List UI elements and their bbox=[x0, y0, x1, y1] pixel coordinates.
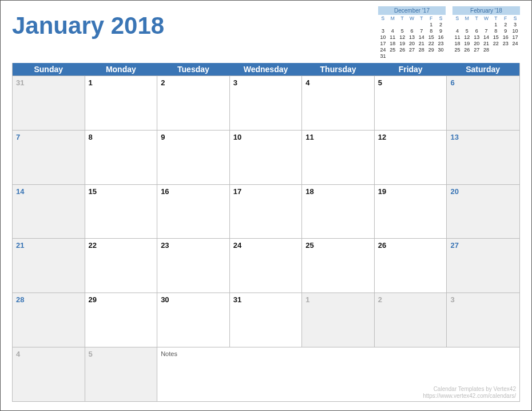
mini-dow-cell: M bbox=[388, 15, 398, 21]
mini-day-cell: 28 bbox=[482, 47, 491, 53]
mini-calendar-prev: December '17 SMTWTFS .....12345678910111… bbox=[378, 6, 446, 60]
mini-day-cell: 20 bbox=[407, 41, 417, 47]
mini-day-cell: 29 bbox=[426, 47, 436, 53]
day-cell: 12 bbox=[375, 130, 447, 184]
day-cell: 7 bbox=[13, 130, 85, 184]
mini-day-cell: 20 bbox=[472, 41, 482, 47]
mini-dow-cell: T bbox=[416, 15, 426, 21]
day-cell: 6 bbox=[447, 76, 519, 130]
mini-dow-cell: F bbox=[501, 15, 510, 21]
mini-day-cell: 4 bbox=[452, 28, 462, 34]
mini-dow-cell: W bbox=[482, 15, 491, 21]
day-cell: 2 bbox=[375, 293, 447, 347]
day-cell: 1 bbox=[302, 293, 375, 347]
mini-dow-cell: S bbox=[510, 15, 520, 21]
mini-calendars: December '17 SMTWTFS .....12345678910111… bbox=[378, 6, 520, 60]
mini-dow-cell: S bbox=[452, 15, 462, 21]
mini-day-cell: 12 bbox=[462, 34, 472, 41]
mini-day-cell: 19 bbox=[398, 41, 407, 47]
mini-day-cell: 7 bbox=[416, 28, 426, 34]
mini-day-cell: 9 bbox=[436, 28, 446, 34]
day-cell: 23 bbox=[157, 238, 230, 293]
mini-day-cell: 8 bbox=[491, 28, 501, 34]
mini-day-cell: 17 bbox=[378, 41, 388, 47]
day-cell: 19 bbox=[375, 184, 447, 239]
day-cell: 8 bbox=[85, 130, 158, 184]
day-cell: 3 bbox=[447, 293, 519, 347]
mini-cal-next-title: February '18 bbox=[452, 6, 520, 15]
mini-day-cell: 3 bbox=[510, 22, 520, 28]
mini-day-cell: 30 bbox=[436, 47, 446, 53]
mini-day-cell: 26 bbox=[398, 47, 407, 53]
week-row: 14151617181920 bbox=[13, 184, 519, 239]
mini-day-cell: 15 bbox=[491, 34, 501, 41]
mini-day-cell: 1 bbox=[491, 22, 501, 28]
mini-day-cell: 24 bbox=[510, 41, 520, 47]
day-cell: 14 bbox=[13, 184, 85, 239]
week-row: 78910111213 bbox=[13, 130, 519, 184]
day-cell: 27 bbox=[447, 238, 519, 293]
mini-day-cell: 11 bbox=[388, 34, 398, 41]
notes-cell: Notes Calendar Templates by Vertex42 htt… bbox=[157, 347, 519, 401]
day-cell: 21 bbox=[13, 238, 85, 293]
mini-day-cell: 16 bbox=[501, 34, 510, 41]
mini-day-cell: 25 bbox=[388, 47, 398, 53]
mini-day-cell: 11 bbox=[452, 34, 462, 41]
mini-day-cell: 17 bbox=[510, 34, 520, 41]
mini-day-cell: 13 bbox=[472, 34, 482, 41]
day-cell: 5 bbox=[85, 347, 158, 401]
mini-dow-cell: S bbox=[436, 15, 446, 21]
mini-day-cell: 22 bbox=[491, 41, 501, 47]
day-cell: 16 bbox=[157, 184, 230, 239]
dow-cell: Wednesday bbox=[230, 63, 303, 76]
mini-day-cell: 5 bbox=[398, 28, 407, 34]
mini-day-cell: 21 bbox=[482, 41, 491, 47]
day-cell: 26 bbox=[375, 238, 447, 293]
mini-day-cell: 24 bbox=[378, 47, 388, 53]
mini-day-cell: 18 bbox=[452, 41, 462, 47]
day-cell: 3 bbox=[230, 76, 303, 130]
attribution-text: Calendar Templates by Vertex42 bbox=[423, 386, 516, 393]
mini-dow-cell: T bbox=[398, 15, 407, 21]
mini-day-cell: 27 bbox=[407, 47, 417, 53]
day-cell: 15 bbox=[85, 184, 158, 239]
mini-day-cell: 2 bbox=[501, 22, 510, 28]
mini-day-cell: 27 bbox=[472, 47, 482, 53]
day-cell: 13 bbox=[447, 130, 519, 184]
day-cell: 5 bbox=[375, 76, 447, 130]
dow-cell: Tuesday bbox=[157, 63, 230, 76]
day-cell: 31 bbox=[13, 76, 85, 130]
mini-calendar-next: February '18 SMTWTFS ....123456789101112… bbox=[452, 6, 520, 60]
dow-cell: Thursday bbox=[302, 63, 375, 76]
mini-cal-prev-title: December '17 bbox=[378, 6, 446, 15]
mini-day-cell: 22 bbox=[426, 41, 436, 47]
day-cell: 30 bbox=[157, 293, 230, 347]
mini-day-cell: 31 bbox=[378, 53, 388, 60]
mini-day-cell: 8 bbox=[426, 28, 436, 34]
week-row: 28293031123 bbox=[13, 293, 519, 347]
last-row: 4 5 Notes Calendar Templates by Vertex42… bbox=[13, 347, 519, 401]
day-cell: 25 bbox=[302, 238, 375, 293]
week-row: 21222324252627 bbox=[13, 238, 519, 293]
dow-cell: Friday bbox=[375, 63, 447, 76]
mini-day-cell: 14 bbox=[416, 34, 426, 41]
attribution-url: https://www.vertex42.com/calendars/ bbox=[423, 393, 516, 400]
mini-day-cell: 23 bbox=[501, 41, 510, 47]
mini-day-cell: 9 bbox=[501, 28, 510, 34]
mini-day-cell: 14 bbox=[482, 34, 491, 41]
mini-day-cell: 2 bbox=[436, 22, 446, 28]
week-row: 31123456 bbox=[13, 76, 519, 130]
mini-dow-cell: F bbox=[426, 15, 436, 21]
day-cell: 2 bbox=[157, 76, 230, 130]
mini-day-cell: 28 bbox=[416, 47, 426, 53]
mini-day-cell: 10 bbox=[510, 28, 520, 34]
mini-day-cell: 23 bbox=[436, 41, 446, 47]
day-cell: 11 bbox=[302, 130, 375, 184]
day-cell: 18 bbox=[302, 184, 375, 239]
notes-label: Notes bbox=[161, 350, 177, 357]
mini-dow-cell: M bbox=[462, 15, 472, 21]
mini-dow-cell: T bbox=[472, 15, 482, 21]
mini-day-cell: 21 bbox=[416, 41, 426, 47]
mini-day-cell: 25 bbox=[452, 47, 462, 53]
day-cell: 17 bbox=[230, 184, 303, 239]
